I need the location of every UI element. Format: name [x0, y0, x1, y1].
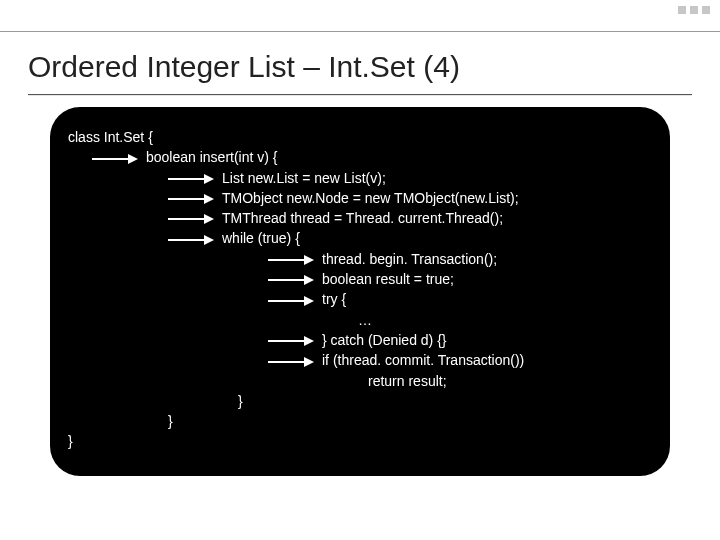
slide-title: Ordered Integer List – Int.Set (4) — [0, 32, 720, 90]
arrow-icon — [268, 274, 316, 286]
arrow-icon — [168, 173, 216, 185]
arrow-icon — [268, 254, 316, 266]
code-text: } — [168, 413, 173, 429]
code-text: boolean result = true; — [322, 271, 454, 287]
code-text: … — [358, 312, 372, 328]
code-text: return result; — [368, 373, 447, 389]
code-text: if (thread. commit. Transaction()) — [322, 352, 524, 368]
title-underline — [28, 94, 692, 95]
arrow-icon — [168, 193, 216, 205]
code-line: class Int.Set { — [68, 127, 652, 147]
arrow-icon — [168, 234, 216, 246]
code-text: TMObject new.Node = new TMObject(new.Lis… — [222, 190, 519, 206]
code-line: } — [68, 431, 652, 451]
dot — [702, 6, 710, 14]
code-line: TMObject new.Node = new TMObject(new.Lis… — [68, 188, 652, 208]
dot — [678, 6, 686, 14]
code-text: while (true) { — [222, 230, 300, 246]
code-text: class Int.Set { — [68, 129, 153, 145]
code-text: } — [238, 393, 243, 409]
arrow-icon — [92, 153, 140, 165]
code-line: } catch (Denied d) {} — [68, 330, 652, 350]
code-block: class Int.Set { boolean insert(int v) { … — [50, 107, 670, 476]
code-line: thread. begin. Transaction(); — [68, 249, 652, 269]
code-text: } catch (Denied d) {} — [322, 332, 447, 348]
decorative-dots — [678, 6, 710, 14]
arrow-icon — [268, 335, 316, 347]
code-text: thread. begin. Transaction(); — [322, 251, 497, 267]
arrow-icon — [268, 356, 316, 368]
code-line: List new.List = new List(v); — [68, 168, 652, 188]
code-text: } — [68, 433, 73, 449]
code-line: boolean result = true; — [68, 269, 652, 289]
code-line: if (thread. commit. Transaction()) — [68, 350, 652, 370]
code-line: TMThread thread = Thread. current.Thread… — [68, 208, 652, 228]
code-line: } — [68, 411, 652, 431]
code-line: } — [68, 391, 652, 411]
code-line: … — [68, 310, 652, 330]
code-text: List new.List = new List(v); — [222, 170, 386, 186]
arrow-icon — [268, 295, 316, 307]
slide-top-bar — [0, 0, 720, 32]
arrow-icon — [168, 213, 216, 225]
code-text: try { — [322, 291, 346, 307]
dot — [690, 6, 698, 14]
code-text: TMThread thread = Thread. current.Thread… — [222, 210, 503, 226]
code-line: return result; — [68, 371, 652, 391]
code-line: try { — [68, 289, 652, 309]
code-text: boolean insert(int v) { — [146, 149, 278, 165]
code-line: boolean insert(int v) { — [68, 147, 652, 167]
code-line: while (true) { — [68, 228, 652, 248]
